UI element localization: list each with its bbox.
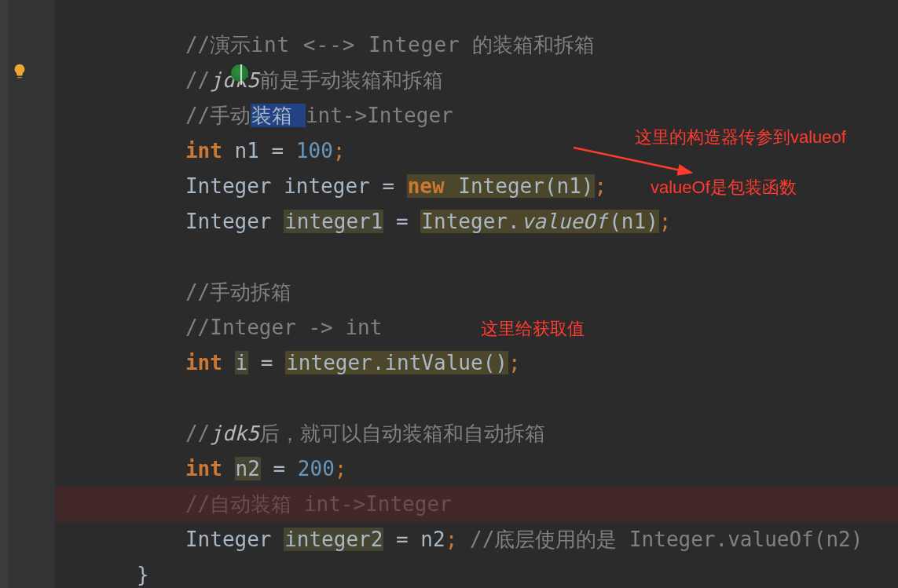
annotation-text: valueOf是包装函数 [651,176,797,199]
code-text-area[interactable]: //演示int <--> Integer 的装箱和拆箱 //jdk5前是手动装箱… [55,0,898,588]
code-line: } [55,557,898,588]
annotation-text: 这里的构造器传参到valueof [635,126,846,149]
code-line: int n2 = 200; [55,416,898,451]
code-line: //手动拆箱 [55,239,898,275]
gutter-stripe [0,0,8,588]
text-caret [240,64,242,85]
code-line: //自动装箱 int->Integer [55,451,898,487]
annotation-text: 这里给获取值 [481,317,585,341]
code-line: //手动装箱 int->Integer [55,63,898,98]
code-line-highlighted: Integer integer2 = n2; //底层使用的是 Integer.… [55,487,898,522]
code-line: } [55,522,898,557]
blank-line [55,204,898,239]
blank-line [55,345,898,381]
text-caret-indicator-icon [231,64,248,82]
code-line: //jdk5后，就可以自动装箱和自动拆箱 [55,381,898,416]
code-line: int i = integer.intValue(); [55,310,898,345]
code-editor[interactable]: //演示int <--> Integer 的装箱和拆箱 //jdk5前是手动装箱… [0,0,898,588]
code-line: //演示int <--> Integer 的装箱和拆箱 [55,0,898,27]
code-line: //Integer -> int [55,275,898,310]
intention-bulb-icon[interactable] [11,61,28,79]
editor-gutter [0,0,55,588]
code-line: //jdk5前是手动装箱和拆箱 [55,27,898,63]
